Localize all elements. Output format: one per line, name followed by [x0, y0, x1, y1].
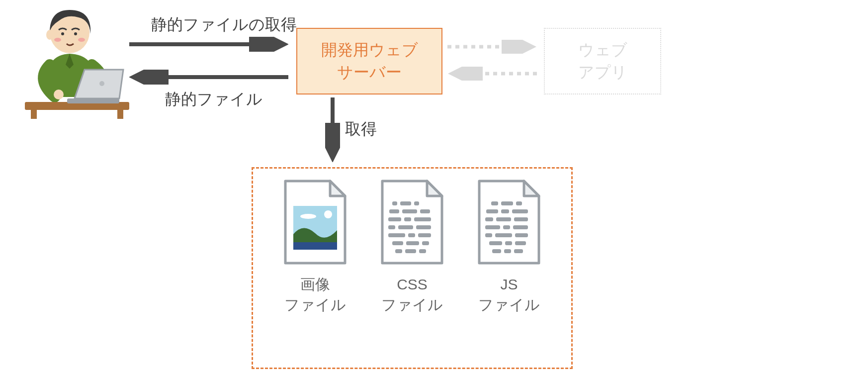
- svg-rect-26: [402, 209, 417, 213]
- webapp-line1: ウェブ: [578, 41, 627, 59]
- svg-rect-41: [405, 249, 416, 253]
- dev-web-server-box: 開発用ウェブ サーバー: [296, 28, 442, 94]
- svg-rect-47: [501, 209, 509, 213]
- svg-point-5: [78, 38, 85, 42]
- webapp-line2: アプリ: [578, 63, 627, 81]
- svg-point-12: [99, 81, 104, 86]
- file-css-l2: ファイル: [381, 296, 443, 313]
- svg-rect-34: [388, 233, 405, 237]
- svg-rect-51: [514, 217, 528, 221]
- svg-rect-32: [398, 225, 413, 229]
- svg-rect-52: [485, 225, 500, 229]
- svg-point-20: [300, 214, 316, 219]
- svg-rect-28: [388, 217, 401, 221]
- svg-rect-10: [117, 110, 123, 119]
- svg-rect-44: [501, 201, 513, 205]
- svg-rect-61: [492, 249, 501, 253]
- js-file-icon: [474, 179, 544, 266]
- svg-point-19: [324, 210, 332, 218]
- svg-rect-22: [392, 201, 397, 205]
- svg-rect-57: [515, 233, 528, 237]
- svg-point-1: [46, 30, 53, 40]
- image-file: 画像 ファイル: [280, 179, 350, 315]
- svg-rect-33: [416, 225, 431, 229]
- file-css-l1: CSS: [397, 276, 428, 292]
- css-file: CSS ファイル: [377, 179, 447, 315]
- svg-rect-40: [395, 249, 402, 253]
- svg-rect-35: [408, 233, 415, 237]
- arrow-response: [129, 70, 288, 85]
- js-file: JS ファイル: [474, 179, 544, 315]
- svg-rect-43: [491, 201, 498, 205]
- svg-rect-36: [418, 233, 431, 237]
- label-fetch: 取得: [345, 118, 385, 140]
- image-file-icon: [280, 179, 350, 266]
- svg-point-3: [74, 32, 77, 35]
- svg-rect-9: [31, 110, 37, 119]
- arrow-fetch: [325, 97, 340, 162]
- user-illustration: [20, 5, 134, 121]
- svg-rect-50: [496, 217, 511, 221]
- svg-rect-49: [485, 217, 493, 221]
- svg-rect-48: [512, 209, 528, 213]
- svg-rect-63: [514, 249, 523, 253]
- svg-rect-60: [515, 241, 526, 245]
- svg-rect-30: [414, 217, 431, 221]
- arrow-request: [129, 37, 288, 52]
- svg-point-2: [61, 32, 64, 35]
- svg-rect-37: [392, 241, 403, 245]
- label-response: 静的ファイル: [159, 89, 268, 110]
- svg-rect-58: [489, 241, 502, 245]
- svg-rect-31: [388, 225, 395, 229]
- svg-rect-21: [293, 242, 337, 250]
- server-line1: 開発用ウェブ: [321, 41, 418, 59]
- file-image-l2: ファイル: [284, 296, 346, 313]
- svg-rect-42: [419, 249, 426, 253]
- svg-rect-45: [516, 201, 522, 205]
- svg-rect-53: [503, 225, 510, 229]
- file-image-l1: 画像: [300, 276, 330, 292]
- svg-rect-29: [404, 217, 411, 221]
- svg-rect-39: [422, 241, 429, 245]
- file-js-l1: JS: [500, 276, 518, 292]
- arrow-to-webapp: [447, 40, 537, 54]
- static-files-box: 画像 ファイル CSS ファイル: [252, 167, 573, 369]
- server-line2: サーバー: [337, 63, 402, 81]
- svg-rect-27: [420, 209, 430, 213]
- svg-point-4: [54, 38, 61, 42]
- svg-rect-54: [513, 225, 528, 229]
- css-file-icon: [377, 179, 447, 266]
- file-js-l2: ファイル: [478, 296, 540, 313]
- web-app-box: ウェブ アプリ: [544, 28, 661, 94]
- svg-rect-55: [485, 233, 492, 237]
- svg-rect-24: [414, 201, 419, 205]
- arrow-from-webapp: [447, 67, 537, 81]
- svg-rect-38: [406, 241, 419, 245]
- svg-rect-56: [495, 233, 512, 237]
- svg-rect-59: [505, 241, 512, 245]
- label-request: 静的ファイルの取得: [149, 14, 298, 36]
- svg-rect-46: [486, 209, 498, 213]
- svg-rect-25: [389, 209, 399, 213]
- svg-rect-62: [504, 249, 511, 253]
- svg-point-6: [54, 90, 64, 99]
- svg-rect-23: [400, 201, 411, 205]
